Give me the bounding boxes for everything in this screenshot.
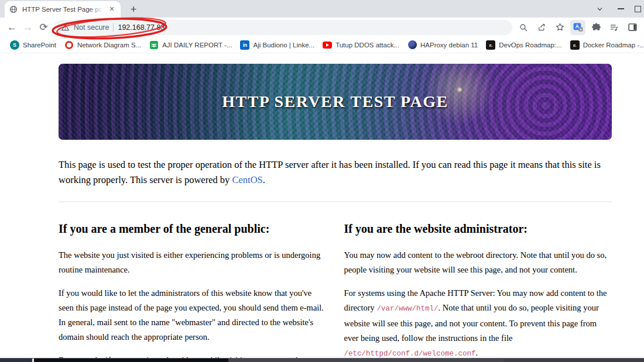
public-paragraph-1: The website you just visited is either e… — [59, 248, 327, 277]
forward-icon: → — [20, 19, 36, 35]
public-paragraph-2: If you would like to let the administrat… — [59, 286, 327, 344]
intro-paragraph: This page is used to test the proper ope… — [59, 157, 612, 188]
tab-title: HTTP Server Test Page powered — [22, 6, 103, 13]
intro-text: This page is used to test the proper ope… — [59, 159, 601, 185]
reload-icon[interactable]: ⟳ — [36, 19, 52, 35]
apache-path-code: /var/www/html/ — [376, 305, 438, 313]
test-page-banner-image: HTTP SERVER TEST PAGE — [59, 64, 612, 140]
linkedin-icon: in — [240, 40, 249, 50]
url-text[interactable]: 192.168.77.83 — [118, 23, 165, 32]
banner-title-regular: HTTP SERVER — [222, 92, 350, 111]
admin-paragraph-1: You may now add content to the webroot d… — [344, 248, 612, 277]
tab-search-chevron-down-icon[interactable] — [589, 0, 610, 18]
bookmark-aji-daily-report[interactable]: AJI DAILY REPORT -... — [145, 39, 236, 51]
translate-icon[interactable]: Aa — [570, 20, 585, 35]
welcome-conf-code: /etc/httpd/conf.d/welcome.conf — [344, 350, 476, 358]
centos-link[interactable]: CentOS — [232, 174, 262, 185]
warning-triangle-icon[interactable] — [61, 23, 70, 32]
spreadsheet-icon — [149, 40, 159, 50]
share-icon[interactable] — [534, 20, 549, 35]
bookmark-label: DevOps Roadmap:... — [499, 42, 561, 49]
bookmark-label: Docker Roadmap -... — [583, 42, 644, 49]
search-icon[interactable] — [516, 20, 531, 35]
side-panel-icon[interactable] — [625, 20, 640, 35]
bookmark-label: Network Diagram S... — [77, 42, 141, 49]
admin-heading: If you are the website administrator: — [344, 222, 612, 236]
security-label[interactable]: Not secure — [74, 23, 109, 32]
webpage-content: HTTP SERVER TEST PAGE This page is used … — [0, 53, 644, 361]
taskbar-edge — [0, 358, 644, 362]
tab-http-server-test-page[interactable]: HTTP Server Test Page powered × — [5, 1, 121, 18]
website-administrator-column: If you are the website administrator: Yo… — [344, 214, 612, 361]
general-public-column: If you are a member of the general publi… — [59, 214, 327, 361]
bookmark-sharepoint[interactable]: S SharePoint — [6, 39, 60, 51]
bookmark-docker-roadmap[interactable]: r. Docker Roadmap -... — [566, 39, 644, 51]
bookmark-label: Aji Budiono | Linke... — [253, 42, 314, 49]
apache-text-3: . — [476, 348, 478, 357]
bookmark-network-diagram[interactable]: Network Diagram S... — [60, 39, 145, 51]
bookmark-label: HAProxy debian 11 — [420, 42, 478, 49]
bookmark-devops-roadmap[interactable]: r. DevOps Roadmap:... — [482, 39, 566, 51]
diagram-ring-icon — [64, 40, 74, 50]
bookmark-label: AJI DAILY REPORT -... — [162, 42, 232, 49]
minimize-icon[interactable] — [610, 0, 631, 18]
back-icon[interactable]: ← — [4, 19, 20, 35]
bookmark-haproxy-debian[interactable]: HAProxy debian 11 — [403, 39, 482, 51]
tab-strip: HTTP Server Test Page powered × + — [0, 0, 644, 18]
haproxy-icon — [407, 40, 417, 50]
horizontal-rule — [59, 201, 612, 202]
roadmap-icon: r. — [486, 40, 495, 50]
new-tab-button[interactable]: + — [126, 2, 141, 17]
two-column-section: If you are a member of the general publi… — [59, 214, 612, 361]
admin-paragraph-apache: For systems using the Apache HTTP Server… — [344, 286, 612, 361]
intro-text-end: . — [263, 174, 265, 185]
public-heading: If you are a member of the general publi… — [59, 222, 327, 236]
toolbar-right-icons: Aa — [516, 20, 640, 35]
media-playlist-icon[interactable] — [607, 20, 622, 35]
roadmap-icon: r. — [570, 40, 580, 50]
omnibox-divider — [113, 23, 114, 32]
bookmark-linkedin-aji-budiono[interactable]: in Aji Budiono | Linke... — [236, 39, 318, 51]
youtube-icon — [323, 40, 332, 50]
bookmark-star-icon[interactable] — [552, 20, 567, 35]
bookmark-label: Tutup DDOS attack... — [335, 42, 399, 49]
browser-window: HTTP Server Test Page powered × + ← → ⟳ … — [0, 0, 644, 362]
extensions-puzzle-icon[interactable] — [588, 20, 604, 35]
bookmark-tutup-ddos-attack[interactable]: Tutup DDOS attack... — [318, 39, 403, 51]
bookmarks-bar: S SharePoint Network Diagram S... AJI DA… — [0, 37, 644, 53]
browser-toolbar: ← → ⟳ Not secure 192.168.77.83 Aa — [0, 18, 644, 37]
address-bar[interactable]: Not secure 192.168.77.83 — [54, 20, 512, 35]
globe-icon — [9, 5, 18, 14]
close-tab-icon[interactable]: × — [107, 5, 117, 14]
banner-title: HTTP SERVER TEST PAGE — [59, 64, 612, 140]
banner-title-bold: TEST PAGE — [351, 92, 448, 111]
maximize-icon[interactable] — [631, 0, 644, 18]
bookmark-label: SharePoint — [23, 42, 56, 49]
window-controls — [589, 0, 644, 18]
sharepoint-icon: S — [10, 40, 19, 50]
